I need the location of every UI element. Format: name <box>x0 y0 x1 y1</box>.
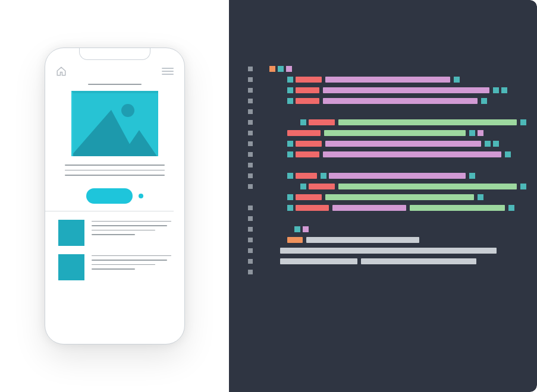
code-token <box>323 87 489 93</box>
phone-notch <box>79 48 150 60</box>
code-token <box>287 141 293 147</box>
code-token <box>287 130 321 136</box>
code-token <box>296 151 319 157</box>
code-token <box>481 98 487 104</box>
pagination-dot[interactable] <box>139 194 143 198</box>
line-gutter-marker <box>248 99 253 103</box>
code-token <box>505 151 511 157</box>
line-gutter-marker <box>248 173 253 178</box>
line-gutter-marker <box>248 109 253 114</box>
app-topbar <box>56 66 174 77</box>
code-line <box>248 172 520 179</box>
code-token <box>287 151 293 157</box>
code-line <box>248 97 520 105</box>
code-line <box>248 183 520 190</box>
line-gutter-marker <box>248 67 253 71</box>
code-token <box>321 173 326 179</box>
code-line <box>248 76 520 83</box>
code-token <box>300 119 306 125</box>
code-token <box>478 130 483 136</box>
list <box>56 220 174 280</box>
code-token <box>303 226 309 232</box>
home-icon[interactable] <box>56 66 67 77</box>
code-pane <box>229 0 537 392</box>
list-item[interactable] <box>58 220 171 246</box>
code-line <box>248 194 520 201</box>
line-gutter-marker <box>248 88 253 93</box>
code-token <box>287 87 293 93</box>
code-token <box>296 98 319 104</box>
code-token <box>309 184 335 189</box>
list-item[interactable] <box>58 254 171 280</box>
code-token <box>323 151 501 157</box>
code-token <box>329 173 466 179</box>
code-line <box>248 108 520 115</box>
code-token <box>501 87 507 93</box>
code-token <box>485 141 491 147</box>
line-gutter-marker <box>248 163 253 167</box>
item-text-placeholder <box>92 220 171 235</box>
code-token <box>361 258 476 264</box>
code-token <box>325 141 481 147</box>
code-token <box>323 98 478 104</box>
code-token <box>278 66 284 72</box>
code-token <box>296 141 322 147</box>
hero-image-placeholder <box>71 91 158 156</box>
mountain-icon <box>121 130 157 156</box>
line-gutter-marker <box>248 270 253 274</box>
mockup-pane <box>0 0 229 392</box>
code-token <box>300 184 306 189</box>
code-mockup <box>248 65 520 276</box>
code-line <box>248 268 520 276</box>
line-gutter-marker <box>248 131 253 135</box>
line-gutter-marker <box>248 227 253 232</box>
line-gutter-marker <box>248 141 253 146</box>
line-gutter-marker <box>248 259 253 264</box>
cta-button[interactable] <box>86 188 133 204</box>
code-token <box>296 194 322 200</box>
line-gutter-marker <box>248 120 253 125</box>
code-token <box>296 87 319 93</box>
code-token <box>287 237 303 243</box>
code-token <box>306 237 419 243</box>
phone-frame <box>45 48 185 344</box>
code-token <box>296 205 329 211</box>
code-token <box>287 205 293 211</box>
code-token <box>338 119 517 125</box>
code-line <box>248 226 520 233</box>
code-token <box>454 77 460 83</box>
code-token <box>287 194 293 200</box>
thumbnail-placeholder <box>58 220 84 246</box>
thumbnail-placeholder <box>58 254 84 280</box>
code-token <box>493 87 499 93</box>
code-line <box>248 87 520 94</box>
code-token <box>469 130 475 136</box>
title-placeholder <box>88 84 142 85</box>
code-token <box>493 141 499 147</box>
code-token <box>296 77 322 83</box>
line-gutter-marker <box>248 184 253 189</box>
line-gutter-marker <box>248 216 253 221</box>
code-token <box>286 66 292 72</box>
code-line <box>248 204 520 211</box>
code-line <box>248 162 520 169</box>
menu-icon[interactable] <box>162 68 174 75</box>
code-token <box>296 173 317 179</box>
code-line <box>248 247 520 254</box>
code-token <box>294 226 300 232</box>
code-token <box>478 194 483 200</box>
code-line <box>248 236 520 244</box>
code-token <box>520 119 526 125</box>
code-line <box>248 65 520 72</box>
code-token <box>325 194 474 200</box>
line-gutter-marker <box>248 77 253 82</box>
code-token <box>324 130 466 136</box>
code-line <box>248 258 520 265</box>
code-token <box>287 98 293 104</box>
item-text-placeholder <box>92 254 171 270</box>
code-token <box>309 119 335 125</box>
line-gutter-marker <box>248 206 253 210</box>
line-gutter-marker <box>248 248 253 253</box>
line-gutter-marker <box>248 238 253 242</box>
code-line <box>248 119 520 126</box>
